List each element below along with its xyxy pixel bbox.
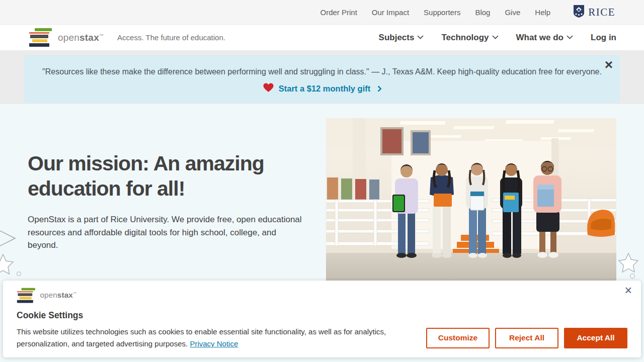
customize-button[interactable]: Customize (426, 328, 490, 348)
chevron-down-icon (418, 33, 424, 39)
privacy-notice-link[interactable]: Privacy Notice (190, 339, 238, 348)
login-button[interactable]: Log in (591, 33, 616, 43)
nav-item-technology[interactable]: Technology (441, 33, 497, 43)
banner-close-button[interactable]: × (605, 55, 613, 74)
rice-wordmark: RICE (588, 6, 615, 19)
rice-shield-icon (573, 5, 585, 20)
hero-title: Our mission: An amazing education for al… (28, 151, 317, 201)
topbar-link-our-impact[interactable]: Our Impact (372, 8, 409, 17)
openstax-logo-small (17, 288, 35, 303)
logo-bar (35, 28, 52, 31)
nav-menu: Subjects Technology What we do Log in (379, 33, 616, 43)
hero-photo-students (326, 118, 616, 284)
topbar-link-order-print[interactable]: Order Print (320, 8, 357, 17)
cookie-dialog-title: Cookie Settings (17, 310, 627, 321)
chevron-down-icon (492, 33, 499, 39)
utility-bar: Order Print Our Impact Supporters Blog G… (0, 0, 644, 25)
cookie-close-button[interactable]: × (621, 283, 635, 298)
cookie-openstax-logo: openstax™ (17, 290, 505, 301)
accept-all-button[interactable]: Accept All (564, 328, 627, 348)
reject-all-button[interactable]: Reject All (495, 328, 558, 348)
nav-item-what-we-do[interactable]: What we do (516, 33, 572, 43)
hero-copy: Our mission: An amazing education for al… (28, 151, 317, 252)
logo-bar (29, 43, 49, 47)
cookie-dialog-body: This website utilizes technologies such … (17, 326, 420, 350)
hero-description: OpenStax is a part of Rice University. W… (28, 213, 302, 252)
openstax-wordmark[interactable]: openstax™ (58, 32, 104, 43)
donation-banner: "Resources like these make the differenc… (24, 55, 620, 103)
site-tagline: Access. The future of education. (117, 33, 225, 42)
heart-icon (263, 83, 274, 95)
topbar-link-give[interactable]: Give (505, 8, 520, 17)
openstax-logo[interactable] (29, 28, 52, 47)
nav-item-subjects[interactable]: Subjects (379, 33, 423, 43)
logo-bar (30, 35, 48, 38)
promo-section: "Resources like these make the differenc… (0, 50, 644, 104)
donation-quote: "Resources like these make the differenc… (24, 67, 620, 76)
topbar-link-blog[interactable]: Blog (475, 8, 490, 17)
logo-bar (32, 39, 47, 42)
topbar-link-supporters[interactable]: Supporters (424, 8, 460, 17)
logo-bar (29, 32, 49, 34)
chevron-right-icon (375, 85, 382, 92)
rice-university-logo[interactable]: RICE (573, 5, 615, 20)
topbar-link-help[interactable]: Help (535, 8, 550, 17)
cookie-consent-dialog: × openstax™ Cookie Settings This website… (3, 281, 641, 357)
chevron-down-icon (567, 33, 573, 39)
monthly-gift-label: Start a $12 monthly gift (279, 84, 370, 94)
main-navbar: openstax™ Access. The future of educatio… (0, 25, 644, 50)
cookie-button-group: Customize Reject All Accept All (426, 328, 627, 348)
monthly-gift-link[interactable]: Start a $12 monthly gift (263, 83, 381, 95)
openstax-wordmark-small: openstax™ (40, 291, 76, 300)
